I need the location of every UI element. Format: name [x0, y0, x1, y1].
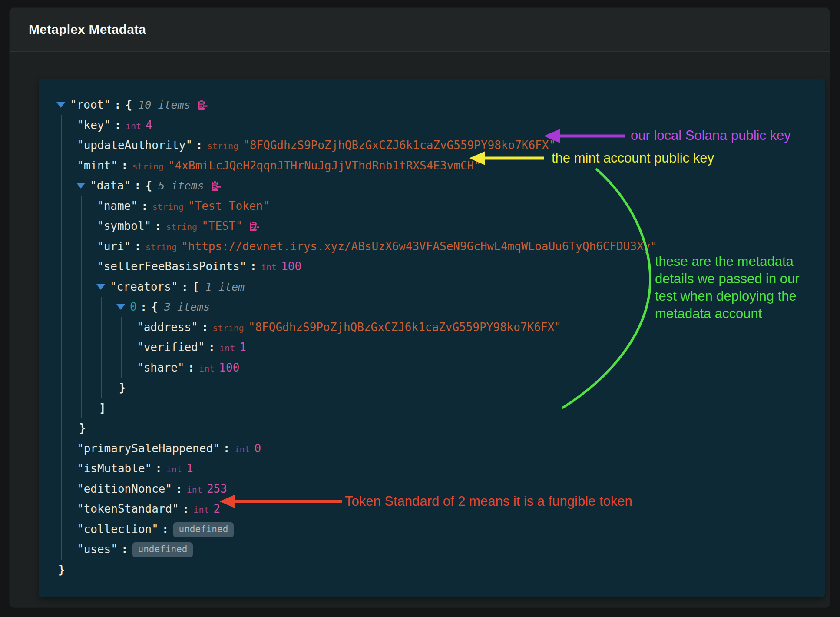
json-row: "symbol":string"TEST"	[39, 216, 825, 236]
undefined-badge: undefined	[173, 522, 234, 537]
annotation-update-authority: our local Solana public key	[631, 128, 791, 143]
copy-icon[interactable]	[196, 100, 208, 111]
json-row: "root":{10 items	[39, 95, 825, 115]
json-items-count: 5 items	[158, 179, 204, 192]
json-colon: :	[134, 179, 141, 192]
json-key: "primarySaleHappened"	[77, 442, 220, 455]
json-colon: :	[141, 199, 148, 212]
page-title: Metaplex Metadata	[29, 22, 146, 37]
json-type-label: string	[213, 323, 244, 333]
json-colon: :	[182, 280, 189, 293]
json-colon: :	[250, 260, 257, 273]
json-row: "share":int100	[39, 358, 825, 378]
json-colon: :	[196, 139, 203, 152]
json-key: "mint"	[77, 159, 118, 172]
json-row: "verified":int1	[39, 337, 825, 358]
json-key: 0	[130, 300, 137, 313]
json-colon: :	[121, 543, 128, 556]
json-key: "uses"	[77, 543, 118, 556]
json-type-label: string	[207, 141, 238, 151]
json-row: }	[39, 378, 825, 398]
json-type-label: int	[193, 504, 209, 515]
json-type-label: string	[132, 161, 164, 172]
json-row: }	[39, 560, 825, 580]
json-colon: :	[155, 219, 162, 232]
annotation-metadata-details: these are the metadata details we passed…	[655, 253, 800, 322]
card-header: Metaplex Metadata	[10, 8, 830, 52]
json-value-int: 100	[219, 361, 239, 374]
json-close-bracket: }	[119, 381, 126, 394]
json-key: "data"	[90, 179, 131, 192]
annotation-token-standard: Token Standard of 2 means it is a fungib…	[345, 494, 632, 509]
json-colon: :	[114, 98, 121, 111]
json-key: "creators"	[110, 280, 178, 293]
expander-triangle-icon[interactable]	[56, 102, 65, 108]
json-items-count: 10 items	[138, 99, 190, 111]
json-key: "collection"	[77, 523, 159, 536]
json-colon: :	[162, 523, 169, 536]
json-open-bracket: {	[146, 179, 152, 192]
json-key: "sellerFeeBasisPoints"	[97, 260, 246, 273]
json-row: "primarySaleHappened":int0	[39, 438, 825, 459]
json-colon: :	[134, 240, 141, 253]
json-key: "address"	[137, 321, 198, 334]
json-colon: :	[202, 321, 208, 334]
json-row: "uses":undefined	[39, 539, 825, 560]
json-type-label: string	[166, 222, 197, 232]
json-type-label: int	[234, 444, 250, 454]
json-type-label: string	[146, 242, 177, 252]
json-open-bracket: {	[126, 98, 132, 111]
json-key: "verified"	[137, 341, 205, 354]
json-key: "share"	[137, 361, 185, 374]
json-colon: :	[155, 462, 162, 475]
json-colon: :	[208, 341, 215, 354]
json-key: "uri"	[97, 240, 131, 253]
json-key: "updateAuthority"	[77, 139, 192, 152]
expander-triangle-icon[interactable]	[116, 304, 125, 310]
annotation-mint: the mint account public key	[552, 150, 714, 166]
json-row: "isMutable":int1	[39, 458, 825, 479]
json-value-int: 253	[207, 482, 227, 495]
json-colon: :	[188, 361, 195, 374]
expander-triangle-icon[interactable]	[76, 183, 85, 189]
json-value-string: "https://devnet.irys.xyz/ABsUzX6w43VFASe…	[181, 240, 657, 253]
json-open-bracket: {	[151, 300, 158, 313]
expander-triangle-icon[interactable]	[96, 284, 105, 290]
json-type-label: int	[261, 262, 277, 272]
json-items-count: 1 item	[205, 281, 245, 293]
json-colon: :	[182, 502, 189, 515]
copy-icon[interactable]	[209, 180, 221, 192]
json-row: }	[39, 418, 825, 438]
json-type-label: int	[199, 363, 215, 374]
json-key: "isMutable"	[77, 462, 152, 475]
json-value-string: "TEST"	[202, 219, 242, 232]
json-close-bracket: }	[58, 563, 65, 576]
json-colon: :	[121, 159, 128, 172]
json-value-int: 100	[281, 260, 301, 273]
json-close-bracket: }	[79, 421, 86, 435]
json-row: ]	[39, 398, 825, 418]
json-value-int: 1	[186, 462, 193, 475]
json-value-string: "8FQGdhzS9PoZjhQBzGxCZJ6k1caZvG559PY98ko…	[243, 139, 556, 152]
json-row: "collection":undefined	[39, 519, 825, 540]
undefined-badge: undefined	[132, 542, 193, 557]
json-colon: :	[175, 482, 182, 495]
json-type-label: int	[126, 121, 141, 131]
json-colon: :	[140, 300, 147, 313]
json-colon: :	[114, 119, 121, 132]
json-value-int: 1	[239, 341, 246, 354]
json-items-count: 3 items	[164, 301, 210, 313]
json-value-int: 2	[214, 502, 221, 515]
json-open-bracket: [	[192, 280, 199, 293]
json-row: "name":string"Test Token"	[39, 196, 825, 216]
json-key: "editionNonce"	[77, 482, 172, 495]
json-key: "name"	[97, 199, 138, 212]
json-key: "tokenStandard"	[77, 502, 179, 515]
json-key: "root"	[70, 98, 111, 111]
copy-icon[interactable]	[248, 221, 259, 232]
json-type-label: int	[219, 343, 235, 353]
json-value-string: "8FQGdhzS9PoZjhQBzGxCZJ6k1caZvG559PY98ko…	[248, 321, 561, 334]
json-key: "symbol"	[97, 219, 151, 232]
json-value-string: "Test Token"	[188, 199, 270, 212]
json-value-string: "4xBmiLcJQeH2qqnJTHrNuJgJjVThdRnb1tRXS4E…	[168, 159, 481, 172]
